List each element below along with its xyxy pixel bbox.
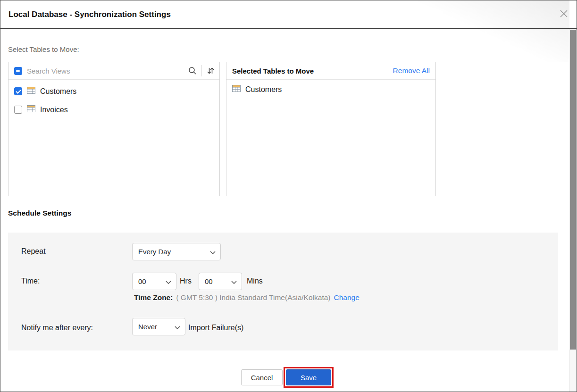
schedule-settings-heading: Schedule Settings — [8, 209, 71, 217]
scrollbar-thumb[interactable] — [570, 30, 576, 350]
notify-value: Never — [138, 323, 157, 331]
vertical-scrollbar[interactable] — [569, 29, 577, 392]
timezone-row: Time Zone: ( GMT 5:30 ) India Standard T… — [134, 293, 360, 302]
divider — [201, 65, 202, 76]
notify-suffix-label: Import Failure(s) — [188, 324, 243, 332]
checkbox-customers[interactable] — [14, 87, 22, 95]
timezone-value: ( GMT 5:30 ) India Standard Time(Asia/Ko… — [176, 293, 330, 302]
synchronization-settings-dialog: Local Database - Synchronization Setting… — [0, 0, 577, 392]
chevron-down-icon — [231, 277, 237, 285]
selected-tables-header: Selected Tables to Move Remove All — [226, 62, 435, 80]
table-icon — [27, 105, 35, 114]
list-item[interactable]: Invoices — [8, 100, 219, 119]
hours-dropdown[interactable]: 00 — [132, 273, 176, 290]
minutes-unit-label: Mins — [247, 277, 263, 285]
select-all-checkbox[interactable] — [14, 67, 22, 75]
timezone-change-link[interactable]: Change — [334, 293, 359, 302]
repeat-label: Repeat — [21, 247, 46, 256]
repeat-value: Every Day — [138, 248, 171, 256]
list-item[interactable]: Customers — [8, 82, 219, 100]
select-tables-label: Select Tables to Move: — [8, 45, 79, 53]
hours-value: 00 — [138, 277, 146, 285]
close-button[interactable] — [558, 8, 570, 21]
table-name: Invoices — [40, 106, 68, 114]
hours-unit-label: Hrs — [180, 277, 192, 285]
dialog-header: Local Database - Synchronization Setting… — [0, 0, 577, 29]
minutes-value: 00 — [205, 277, 213, 285]
timezone-label: Time Zone: — [134, 293, 173, 302]
table-icon — [232, 85, 241, 94]
selected-tables-panel: Selected Tables to Move Remove All Custo… — [226, 62, 436, 196]
time-label: Time: — [21, 277, 40, 285]
checkbox-invoices[interactable] — [14, 106, 22, 114]
notify-label: Notify me after every: — [21, 324, 93, 332]
selected-table-name: Customers — [245, 85, 282, 94]
save-annotation-highlight: Save — [284, 367, 334, 388]
selected-item: Customers — [226, 80, 435, 99]
source-tables-list: Customers Invoices — [8, 80, 219, 119]
remove-all-link[interactable]: Remove All — [393, 67, 430, 75]
close-icon — [559, 8, 569, 21]
table-icon — [27, 87, 35, 96]
save-button[interactable]: Save — [286, 369, 331, 385]
search-input[interactable] — [27, 67, 184, 75]
chevron-down-icon — [210, 248, 216, 256]
repeat-dropdown[interactable]: Every Day — [132, 243, 221, 260]
chevron-down-icon — [166, 277, 171, 285]
selected-tables-title: Selected Tables to Move — [232, 67, 314, 75]
source-tables-panel: Customers Invoices — [8, 62, 220, 196]
cancel-button[interactable]: Cancel — [241, 369, 283, 385]
notify-dropdown[interactable]: Never — [132, 318, 185, 335]
minutes-dropdown[interactable]: 00 — [199, 273, 242, 290]
search-row — [8, 62, 219, 80]
search-icon — [188, 67, 197, 75]
sort-icon[interactable] — [207, 67, 215, 75]
dialog-title: Local Database - Synchronization Setting… — [8, 10, 171, 19]
chevron-down-icon — [175, 323, 180, 331]
schedule-settings-panel: Repeat Every Day Time: 00 Hrs 00 Mins Ti… — [8, 233, 558, 350]
table-name: Customers — [40, 87, 76, 96]
